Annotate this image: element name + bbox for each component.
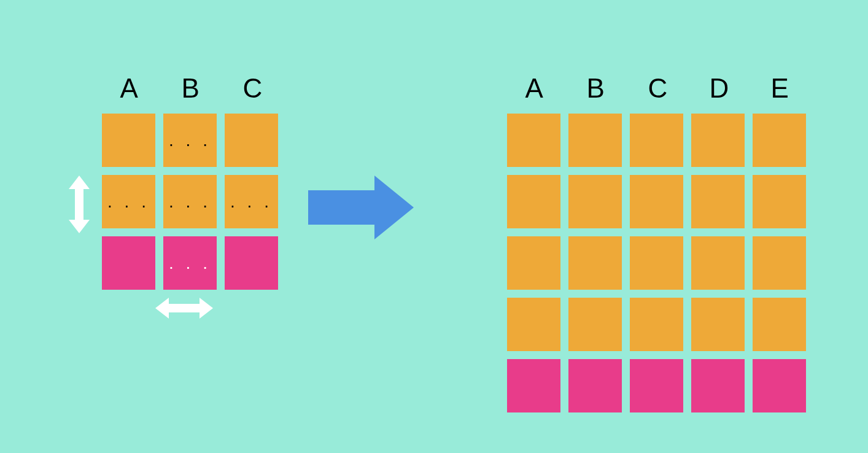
right-grid-cell-r4-c0	[507, 359, 560, 412]
right-grid-col-label-a: A	[525, 73, 543, 104]
right-grid-cell-r2-c2	[630, 236, 683, 290]
left-grid-col-label-b: B	[182, 73, 200, 104]
right-grid-cell-r3-c4	[753, 298, 806, 351]
left-grid-cell-r2-c2	[225, 236, 278, 290]
right-grid-cell-r2-c4	[753, 236, 806, 290]
right-grid-cell-r1-c2	[630, 175, 683, 228]
right-grid-cell-r1-c0	[507, 175, 560, 228]
right-grid-cell-r3-c1	[568, 298, 622, 351]
vertical-double-arrow-icon	[69, 176, 90, 233]
svg-marker-0	[69, 176, 90, 233]
right-grid-col-label-d: D	[710, 73, 729, 104]
right-grid-cell-r0-c3	[691, 114, 745, 167]
right-grid-cell-r2-c0	[507, 236, 560, 290]
right-grid-cell-r1-c3	[691, 175, 745, 228]
right-grid-cell-r4-c4	[753, 359, 806, 412]
right-grid-cell-r0-c1	[568, 114, 622, 167]
left-grid-cell-r0-c0	[102, 114, 155, 167]
left-grid-cell-r1-c0: . . .	[102, 175, 155, 228]
left-grid-cell-r2-c1: . . .	[163, 236, 217, 290]
right-grid-cell-r1-c1	[568, 175, 622, 228]
right-grid-col-label-b: B	[587, 73, 605, 104]
svg-marker-2	[308, 176, 414, 239]
right-grid-cell-r0-c2	[630, 114, 683, 167]
right-grid-cell-r4-c2	[630, 359, 683, 412]
right-grid-cell-r4-c1	[568, 359, 622, 412]
right-grid-cell-r4-c3	[691, 359, 745, 412]
left-grid-cell-r1-c2: . . .	[225, 175, 278, 228]
right-grid-cell-r3-c0	[507, 298, 560, 351]
right-grid-cell-r3-c2	[630, 298, 683, 351]
right-grid-cell-r0-c4	[753, 114, 806, 167]
right-grid-col-label-e: E	[771, 73, 789, 104]
right-grid-cell-r2-c3	[691, 236, 745, 290]
right-grid-cell-r0-c0	[507, 114, 560, 167]
left-grid-cell-r0-c2	[225, 114, 278, 167]
right-arrow-icon	[308, 176, 414, 239]
right-grid-cell-r3-c3	[691, 298, 745, 351]
right-grid-cell-r2-c1	[568, 236, 622, 290]
left-grid-col-label-c: C	[243, 73, 263, 104]
horizontal-double-arrow-icon	[155, 298, 213, 319]
left-grid-cell-r2-c0	[102, 236, 155, 290]
right-grid-col-label-c: C	[648, 73, 668, 104]
left-grid-col-label-a: A	[120, 73, 138, 104]
left-grid-cell-r1-c1: . . .	[163, 175, 217, 228]
svg-marker-1	[155, 298, 213, 319]
left-grid-cell-r0-c1: . . .	[163, 114, 217, 167]
right-grid-cell-r1-c4	[753, 175, 806, 228]
